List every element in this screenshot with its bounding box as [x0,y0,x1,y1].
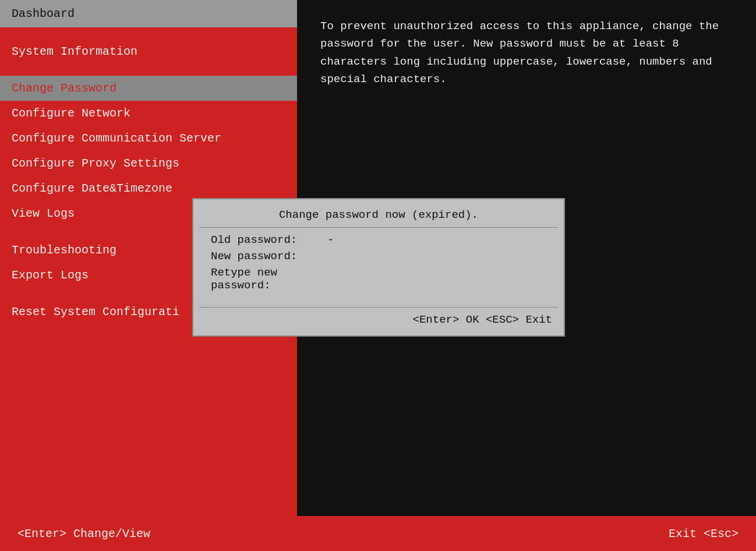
sidebar-item-configure-communication[interactable]: Configure Communication Server [0,126,297,151]
bottom-bar-right-label: Exit <Esc> [669,527,739,541]
old-password-field: Old password: - [211,234,546,246]
content-description: To prevent unauthorized access to this a… [320,17,733,89]
bottom-bar-left-label: <Enter> Change/View [17,527,150,541]
sidebar-item-system-info[interactable]: System Information [0,39,297,64]
retype-password-label: Retype new password: [211,266,327,292]
dialog-body: Old password: - New password: Retype new… [193,228,564,307]
sidebar-item-change-password[interactable]: Change Password [0,76,297,101]
new-password-label: New password: [211,250,327,263]
sidebar-item-configure-date[interactable]: Configure Date&Timezone [0,176,297,201]
dialog-title: Change password now (expired). [193,199,564,227]
dialog-buttons[interactable]: <Enter> OK <ESC> Exit [193,308,564,335]
old-password-value[interactable]: - [327,234,334,246]
change-password-dialog: Change password now (expired). Old passw… [192,198,565,337]
sidebar-item-configure-network[interactable]: Configure Network [0,101,297,126]
retype-password-field: Retype new password: [211,266,546,292]
sidebar-header[interactable]: Dashboard [0,0,297,27]
bottom-bar: <Enter> Change/View Exit <Esc> [0,516,756,551]
new-password-field: New password: [211,250,546,263]
old-password-label: Old password: [211,234,327,246]
sidebar-item-configure-proxy[interactable]: Configure Proxy Settings [0,151,297,176]
